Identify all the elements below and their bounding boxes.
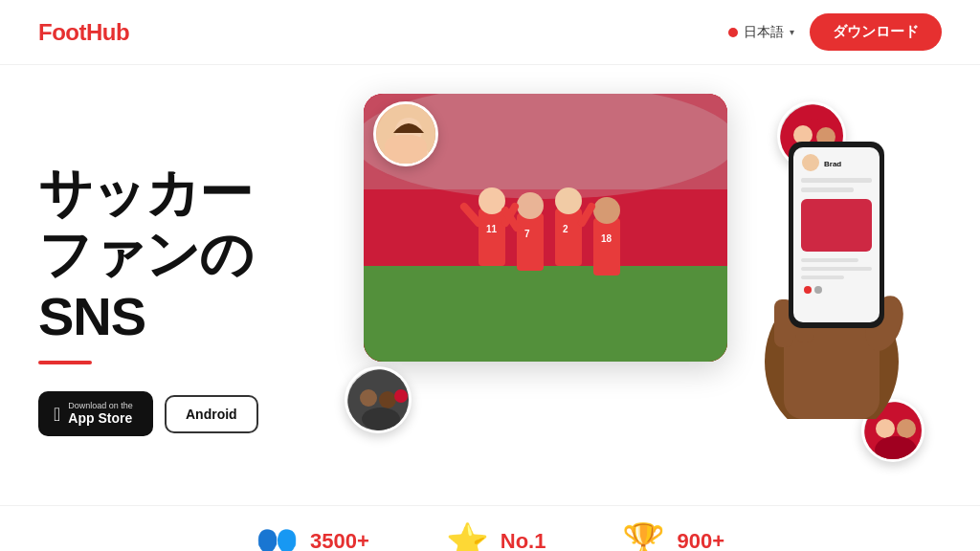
phone-hand-svg: Brad — [736, 113, 927, 419]
logo-hub: Hub — [86, 19, 129, 45]
stat-trophy: 🏆 900+ — [622, 521, 724, 551]
stat-ranking-value: No.1 — [501, 529, 546, 551]
svg-rect-53 — [801, 267, 872, 271]
svg-point-46 — [802, 154, 819, 171]
appstore-button[interactable]:  Download on the App Store — [38, 391, 153, 436]
chevron-down-icon: ▾ — [790, 27, 794, 37]
svg-rect-54 — [801, 276, 844, 279]
svg-point-23 — [388, 143, 430, 166]
svg-rect-49 — [801, 187, 854, 192]
phone-area: Brad — [736, 113, 927, 419]
svg-rect-48 — [801, 178, 872, 183]
svg-point-31 — [360, 389, 377, 407]
avatar-fans-bottom-left — [345, 366, 412, 433]
download-button[interactable]: ダウンロード — [810, 13, 942, 51]
hero-title: サッカー ファンの SNS — [38, 163, 306, 347]
svg-rect-51 — [801, 199, 872, 252]
apple-icon:  — [54, 405, 60, 424]
title-underline — [38, 361, 92, 364]
star-icon: ⭐ — [446, 521, 489, 551]
nav-right: 日本語 ▾ ダウンロード — [728, 13, 942, 51]
svg-point-55 — [804, 286, 812, 294]
svg-text:Brad: Brad — [824, 160, 841, 168]
appstore-big-label: App Store — [68, 410, 133, 427]
hero-left: サッカー ファンの SNS  Download on the App Stor… — [38, 94, 306, 486]
stat-trophy-value: 900+ — [677, 529, 724, 551]
avatar-woman — [373, 101, 438, 166]
language-selector[interactable]: 日本語 ▾ — [728, 24, 794, 41]
svg-rect-52 — [801, 258, 858, 262]
logo-foot: Foot — [38, 19, 86, 45]
hero-section: サッカー ファンの SNS  Download on the App Stor… — [0, 65, 980, 505]
svg-point-56 — [814, 286, 822, 294]
svg-point-38 — [875, 436, 917, 462]
navbar: FootHub 日本語 ▾ ダウンロード — [0, 0, 980, 65]
hero-right: 11 7 2 18 — [325, 94, 942, 486]
svg-point-34 — [362, 408, 400, 430]
stat-users: 👥 3500+ — [256, 521, 369, 551]
lang-flag-dot — [728, 28, 738, 37]
svg-point-36 — [876, 419, 895, 438]
lang-label: 日本語 — [744, 24, 784, 41]
cta-buttons:  Download on the App Store Android — [38, 391, 306, 436]
stats-row: 👥 3500+ ⭐ No.1 🏆 900+ — [0, 505, 980, 551]
svg-point-32 — [379, 391, 396, 408]
android-button[interactable]: Android — [165, 395, 258, 433]
stat-users-value: 3500+ — [310, 529, 369, 551]
logo: FootHub — [38, 19, 129, 46]
svg-point-37 — [897, 419, 916, 438]
svg-point-33 — [394, 389, 408, 403]
appstore-small-label: Download on the — [68, 401, 133, 410]
trophy-icon: 🏆 — [622, 521, 665, 551]
stat-ranking: ⭐ No.1 — [446, 521, 546, 551]
users-icon: 👥 — [256, 521, 299, 551]
